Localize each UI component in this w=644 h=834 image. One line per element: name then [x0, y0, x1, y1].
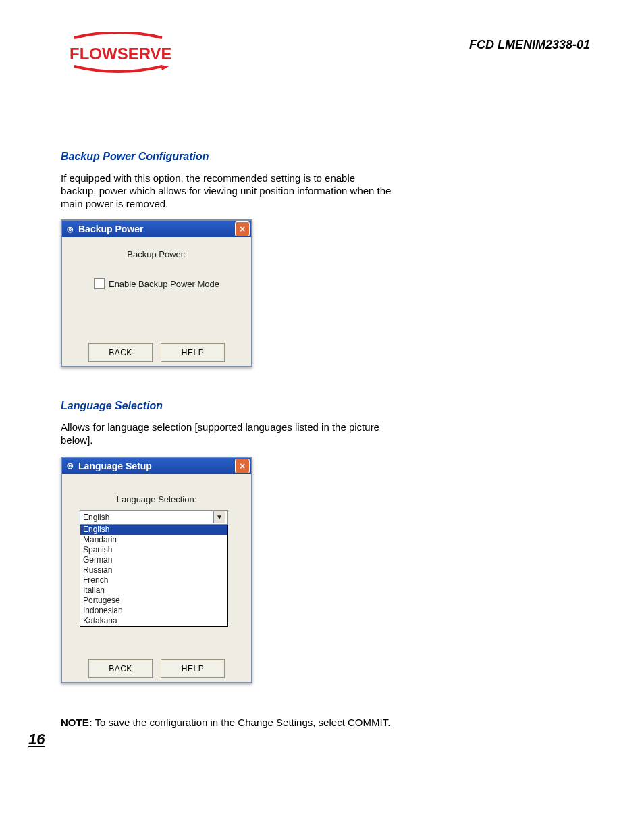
- dropdown-item[interactable]: Mandarin: [80, 535, 227, 545]
- dropdown-list[interactable]: EnglishMandarinSpanishGermanRussianFrenc…: [80, 525, 228, 627]
- close-button[interactable]: ×: [235, 221, 250, 236]
- dropdown-field[interactable]: English ▼: [80, 510, 228, 525]
- note-label: NOTE:: [61, 716, 92, 728]
- language-dropdown[interactable]: English ▼ EnglishMandarinSpanishGermanRu…: [80, 510, 228, 627]
- dropdown-item[interactable]: Russian: [80, 565, 227, 575]
- svg-text:FLOWSERVE: FLOWSERVE: [70, 45, 172, 63]
- app-icon: ◎: [65, 461, 76, 471]
- checkbox-icon[interactable]: [94, 278, 105, 289]
- dialog-title: Language Setup: [78, 461, 152, 471]
- enable-backup-checkbox-row[interactable]: Enable Backup Power Mode: [66, 278, 247, 289]
- note-body: To save the configuration in the Change …: [92, 716, 391, 728]
- dropdown-item[interactable]: Portugese: [80, 596, 227, 606]
- section-title-backup: Backup Power Configuration: [61, 151, 392, 163]
- section-body-backup: If equipped with this option, the recomm…: [61, 172, 392, 210]
- page-header: FLOWSERVE FCD LMENIM2338-01: [61, 32, 590, 73]
- section-title-language: Language Selection: [61, 400, 392, 412]
- chevron-down-icon[interactable]: ▼: [213, 511, 225, 523]
- dialog-button-row: BACK HELP: [66, 659, 247, 678]
- dropdown-item[interactable]: Indonesian: [80, 606, 227, 616]
- backup-power-dialog: ◎ Backup Power × Backup Power: Enable Ba…: [61, 219, 252, 367]
- dialog-title: Backup Power: [78, 224, 143, 234]
- dialog-body: Language Selection: English ▼ EnglishMan…: [62, 474, 251, 682]
- dropdown-item[interactable]: German: [80, 555, 227, 565]
- backup-power-label: Backup Power:: [66, 249, 247, 259]
- back-button[interactable]: BACK: [88, 659, 153, 678]
- note-text: NOTE: To save the configuration in the C…: [61, 716, 392, 729]
- dialog-titlebar: ◎ Backup Power ×: [62, 221, 251, 237]
- help-button[interactable]: HELP: [161, 659, 225, 678]
- language-selection-label: Language Selection:: [66, 494, 247, 504]
- app-icon: ◎: [65, 224, 76, 234]
- checkbox-label: Enable Backup Power Mode: [109, 279, 219, 289]
- section-body-language: Allows for language selection [supported…: [61, 421, 392, 447]
- help-button[interactable]: HELP: [161, 343, 225, 362]
- dropdown-selected: English: [83, 513, 109, 522]
- dropdown-item[interactable]: Katakana: [80, 616, 227, 626]
- dropdown-item[interactable]: Italian: [80, 585, 227, 596]
- flowserve-logo: FLOWSERVE: [61, 32, 176, 73]
- dropdown-item[interactable]: Spanish: [80, 545, 227, 555]
- language-setup-dialog: ◎ Language Setup × Language Selection: E…: [61, 457, 252, 683]
- dialog-body: Backup Power: Enable Backup Power Mode B…: [62, 237, 251, 366]
- dropdown-item[interactable]: English: [80, 525, 227, 535]
- dialog-titlebar: ◎ Language Setup ×: [62, 458, 251, 474]
- page-number: 16: [28, 731, 45, 748]
- close-button[interactable]: ×: [235, 459, 250, 473]
- dropdown-item[interactable]: French: [80, 575, 227, 585]
- back-button[interactable]: BACK: [88, 343, 153, 362]
- content-column: Backup Power Configuration If equipped w…: [61, 151, 392, 729]
- document-id: FCD LMENIM2338-01: [469, 32, 590, 52]
- dialog-button-row: BACK HELP: [66, 343, 247, 362]
- document-page: FLOWSERVE FCD LMENIM2338-01 Backup Power…: [0, 0, 644, 834]
